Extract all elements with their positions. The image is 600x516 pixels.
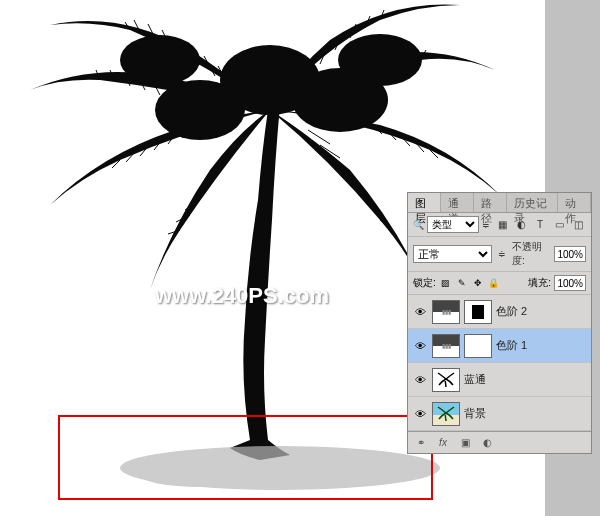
mask-icon[interactable]: ▣ xyxy=(457,436,473,450)
svg-point-3 xyxy=(120,35,200,85)
search-icon: 🔍 xyxy=(413,218,424,232)
filter-adjustment-icon[interactable]: ◐ xyxy=(512,217,530,233)
adjustment-thumbnail[interactable] xyxy=(432,300,460,324)
layer-row[interactable]: 👁 色阶 1 xyxy=(408,329,591,363)
tab-history[interactable]: 历史记录 xyxy=(507,193,558,212)
svg-point-1 xyxy=(155,80,245,140)
adjustment-layer-icon[interactable]: ◐ xyxy=(479,436,495,450)
visibility-toggle[interactable]: 👁 xyxy=(412,372,428,388)
link-layers-icon[interactable]: ⚭ xyxy=(413,436,429,450)
fill-label: 填充: xyxy=(528,276,551,290)
lock-transparent-icon[interactable]: ▨ xyxy=(439,276,453,290)
adjustment-thumbnail[interactable] xyxy=(432,334,460,358)
fx-icon[interactable]: fx xyxy=(435,436,451,450)
layer-name: 背景 xyxy=(464,406,486,421)
panel-tabs: 图层 通道 路径 历史记录 动作 xyxy=(408,193,591,213)
opacity-input[interactable] xyxy=(554,246,586,262)
filter-smart-icon[interactable]: ◫ xyxy=(569,217,587,233)
visibility-toggle[interactable]: 👁 xyxy=(412,304,428,320)
filter-pixel-icon[interactable]: ▦ xyxy=(493,217,511,233)
blend-mode-select[interactable]: 正常 xyxy=(413,245,492,263)
tab-channels[interactable]: 通道 xyxy=(441,193,474,212)
watermark-text: www.240PS.com xyxy=(155,283,329,309)
filter-type-icon[interactable]: T xyxy=(531,217,549,233)
svg-point-4 xyxy=(338,34,422,86)
lock-row: 锁定: ▨ ✎ ✥ 🔒 填充: xyxy=(408,272,591,295)
tab-layers[interactable]: 图层 xyxy=(408,193,441,212)
filter-type-select[interactable]: 类型 xyxy=(427,216,479,233)
layer-row[interactable]: 👁 蓝通 xyxy=(408,363,591,397)
layer-name: 色阶 2 xyxy=(496,304,527,319)
layer-name: 色阶 1 xyxy=(496,338,527,353)
layer-thumbnail[interactable] xyxy=(432,402,460,426)
fill-input[interactable] xyxy=(554,275,586,291)
layer-row[interactable]: 👁 背景 xyxy=(408,397,591,431)
lock-all-icon[interactable]: 🔒 xyxy=(487,276,501,290)
visibility-toggle[interactable]: 👁 xyxy=(412,338,428,354)
mask-thumbnail[interactable] xyxy=(464,300,492,324)
tab-paths[interactable]: 路径 xyxy=(474,193,507,212)
visibility-toggle[interactable]: 👁 xyxy=(412,406,428,422)
layer-row[interactable]: 👁 色阶 2 xyxy=(408,295,591,329)
mask-thumbnail[interactable] xyxy=(464,334,492,358)
filter-row: 🔍 类型 ≑ ▦ ◐ T ▭ ◫ xyxy=(408,213,591,237)
lock-pixel-icon[interactable]: ✎ xyxy=(455,276,469,290)
panel-bottom-bar: ⚭ fx ▣ ◐ xyxy=(408,431,591,453)
layer-thumbnail[interactable] xyxy=(432,368,460,392)
lock-label: 锁定: xyxy=(413,276,436,290)
lock-position-icon[interactable]: ✥ xyxy=(471,276,485,290)
filter-shape-icon[interactable]: ▭ xyxy=(550,217,568,233)
layers-list: 👁 色阶 2 👁 色阶 1 👁 蓝通 👁 背景 xyxy=(408,295,591,431)
blend-row: 正常 ≑ 不透明度: xyxy=(408,237,591,272)
tab-actions[interactable]: 动作 xyxy=(558,193,591,212)
dropdown-icon[interactable]: ≑ xyxy=(482,218,490,232)
layers-panel: 图层 通道 路径 历史记录 动作 🔍 类型 ≑ ▦ ◐ T ▭ ◫ 正常 ≑ 不… xyxy=(407,192,592,454)
dropdown-icon[interactable]: ≑ xyxy=(496,247,508,261)
opacity-label: 不透明度: xyxy=(512,240,550,268)
red-annotation-rectangle xyxy=(58,415,433,500)
layer-name: 蓝通 xyxy=(464,372,486,387)
